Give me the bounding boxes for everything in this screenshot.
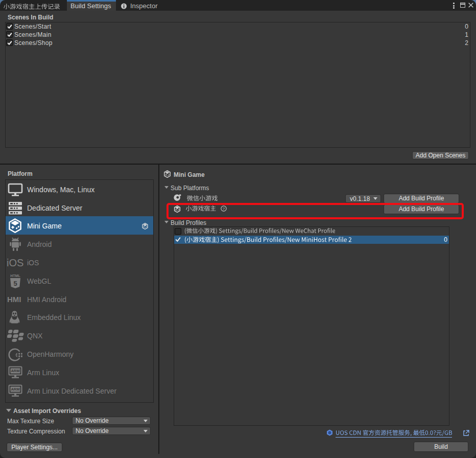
svg-text:ARM: ARM [11,387,19,392]
svg-text:HTML: HTML [10,274,20,278]
svg-text:5: 5 [13,280,17,287]
svg-text:ARM: ARM [11,369,19,373]
